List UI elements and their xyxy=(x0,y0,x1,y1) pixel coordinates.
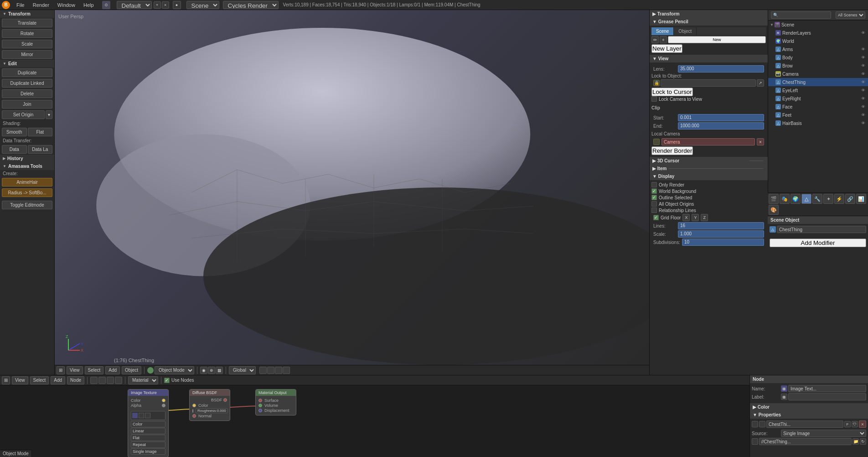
node-material-selector[interactable]: Material xyxy=(128,376,158,384)
tex-source-field[interactable]: Single Image xyxy=(131,448,165,455)
outliner-renderlayers[interactable]: R RenderLayers 👁 xyxy=(768,29,868,37)
camera-eye[interactable]: 👁 xyxy=(860,71,866,77)
add-modifier-btn[interactable]: Add Modifier xyxy=(770,239,866,247)
modifier-props-icon[interactable]: 🔧 xyxy=(812,194,822,204)
physics-props-icon[interactable]: ⚡ xyxy=(834,194,844,204)
only-render-checkbox[interactable] xyxy=(651,182,657,187)
mirror-btn[interactable]: Mirror xyxy=(2,50,52,59)
node-diffuse-bsdf[interactable]: Diffuse BSDF BSDF Color Roughness:0.000 xyxy=(189,389,230,421)
outliner-feet[interactable]: △ Feet 👁 xyxy=(768,111,868,119)
layout-selector[interactable]: Default xyxy=(117,1,152,9)
grease-pencil-header[interactable]: ▼ Grease Pencil xyxy=(650,18,768,26)
display-header[interactable]: ▼ Display xyxy=(650,172,768,180)
snap-btn[interactable] xyxy=(267,367,274,374)
scene-tab[interactable]: Scene xyxy=(651,27,674,35)
tex-interp-field[interactable]: Linear xyxy=(131,428,165,434)
new-layer-btn[interactable]: New Layer xyxy=(651,44,682,53)
shading-solid-btn[interactable]: ◉ xyxy=(200,367,207,374)
data-la-btn[interactable]: Data La xyxy=(28,145,53,154)
rotate-btn[interactable]: Rotate xyxy=(2,29,52,38)
toggle-editmode-btn[interactable]: Toggle Editmode xyxy=(2,201,52,209)
translate-btn[interactable]: Translate xyxy=(2,19,52,27)
relationship-lines-checkbox[interactable] xyxy=(651,208,657,213)
node-tool-3[interactable] xyxy=(107,377,114,384)
tex-ext-field[interactable]: Repeat xyxy=(131,441,165,448)
anime-hair-btn[interactable]: AnimeHair xyxy=(2,178,52,187)
node-node-btn[interactable]: Node xyxy=(67,376,84,384)
layout-close-btn[interactable]: × xyxy=(162,1,169,9)
eyeright-eye[interactable]: 👁 xyxy=(860,95,866,102)
mode-selector[interactable]: Object Mode xyxy=(155,366,194,374)
all-obj-origins-checkbox[interactable] xyxy=(651,201,657,207)
proportional-btn[interactable] xyxy=(275,367,282,374)
outliner-body[interactable]: △ Body 👁 xyxy=(768,53,868,62)
particle-props-icon[interactable]: ✦ xyxy=(823,194,833,204)
lock-camera-check[interactable] xyxy=(651,96,657,102)
render-engine-selector[interactable]: Cycles Render xyxy=(223,1,279,9)
source-selector[interactable]: Single Image xyxy=(781,430,866,437)
node-image-texture[interactable]: Image Texture Color Alpha xyxy=(128,389,169,457)
outliner-world[interactable]: 🌍 World xyxy=(768,37,868,45)
global-selector[interactable]: Global xyxy=(229,366,256,374)
object-props-icon[interactable]: △ xyxy=(801,194,811,204)
lines-value[interactable]: 16 xyxy=(678,222,764,229)
node-color-header[interactable]: ▶ Color xyxy=(750,403,868,411)
grid-y-btn[interactable]: Y xyxy=(692,214,699,221)
shading-wire-btn[interactable]: ⊕ xyxy=(208,367,215,374)
smooth-btn[interactable]: Smooth xyxy=(2,128,27,136)
face-eye[interactable]: 👁 xyxy=(860,104,866,110)
outliner-hairbasis[interactable]: △ HairBasis 👁 xyxy=(768,119,868,127)
grid-btn[interactable] xyxy=(259,367,267,374)
outliner-brow[interactable]: △ Brow 👁 xyxy=(768,62,868,70)
node-add-btn[interactable]: Add xyxy=(51,376,65,384)
shield-btn[interactable]: 🛡 xyxy=(852,421,858,427)
duplicate-linked-btn[interactable]: Duplicate Linked xyxy=(2,79,52,88)
node-label-value[interactable] xyxy=(788,393,866,400)
duplicate-btn[interactable]: Duplicate xyxy=(2,68,52,77)
eyeleft-eye[interactable]: 👁 xyxy=(860,87,866,93)
shading-tex-btn[interactable]: ▦ xyxy=(216,367,223,374)
viewport-mode-icon[interactable]: ⊞ xyxy=(57,366,65,374)
node-canvas[interactable]: Image Texture Color Alpha xyxy=(0,385,749,457)
camera-input[interactable]: Camera xyxy=(661,138,755,145)
flat-btn[interactable]: Flat xyxy=(28,128,53,136)
render-props-icon[interactable]: 🎬 xyxy=(769,194,779,204)
node-view-btn[interactable]: View xyxy=(12,376,28,384)
start-value[interactable]: 0.001 xyxy=(678,114,764,121)
world-bg-checkbox[interactable] xyxy=(651,188,657,194)
menu-help[interactable]: Help xyxy=(80,1,98,9)
lock-obj-btn[interactable]: ↗ xyxy=(757,79,764,87)
pencil-draw-icon[interactable]: ✏ xyxy=(651,36,659,43)
node-tool-4[interactable] xyxy=(115,377,122,384)
delete-btn[interactable]: Delete xyxy=(2,89,52,98)
add-btn[interactable]: Add xyxy=(105,366,120,374)
hairbasis-eye[interactable]: 👁 xyxy=(860,120,866,126)
end-value[interactable]: 1000.000 xyxy=(678,122,764,130)
node-tool-1[interactable] xyxy=(90,377,98,384)
grid-x-btn[interactable]: X xyxy=(682,214,690,221)
camera-clear-btn[interactable]: × xyxy=(757,138,764,145)
outliner-eyeleft[interactable]: △ EyeLeft 👁 xyxy=(768,86,868,94)
object-tab[interactable]: Object xyxy=(674,27,697,35)
lock-obj-field[interactable] xyxy=(661,79,756,87)
node-material-output[interactable]: Material Output Surface Volume Displacem… xyxy=(255,389,296,415)
body-eye[interactable]: 👁 xyxy=(860,54,866,61)
chestthing-field[interactable]: ChestThi... xyxy=(766,421,843,428)
outliner-scene[interactable]: ▼ 🎬 Scene xyxy=(768,21,868,29)
outliner-eyeright[interactable]: △ EyeRight 👁 xyxy=(768,94,868,103)
node-editor[interactable]: ⊞ View Select Add Node Material Use Node… xyxy=(0,375,749,457)
scale-btn[interactable]: Scale xyxy=(2,40,52,48)
node-prop-header[interactable]: Node xyxy=(750,375,868,383)
scene-selector[interactable]: Scene xyxy=(186,1,219,9)
mirror-viewport-btn[interactable] xyxy=(283,367,290,374)
outliner-camera[interactable]: 📷 Camera 👁 xyxy=(768,70,868,78)
radius-softbo-btn[interactable]: Radius -> SoftBo... xyxy=(2,188,52,197)
grid-z-btn[interactable]: Z xyxy=(701,214,708,221)
layout-add-btn[interactable]: + xyxy=(154,1,161,9)
path-reload-btn[interactable]: ↻ xyxy=(860,438,866,445)
data-btn[interactable]: Data xyxy=(2,145,27,154)
path-value[interactable]: //ChestThing... xyxy=(759,438,852,445)
renderlayers-vis-eye[interactable]: 👁 xyxy=(860,30,866,36)
chestthing-eye[interactable]: 👁 xyxy=(860,79,866,85)
viewport[interactable]: User Persp Y X Z (1:76) ChestThing xyxy=(55,10,649,365)
